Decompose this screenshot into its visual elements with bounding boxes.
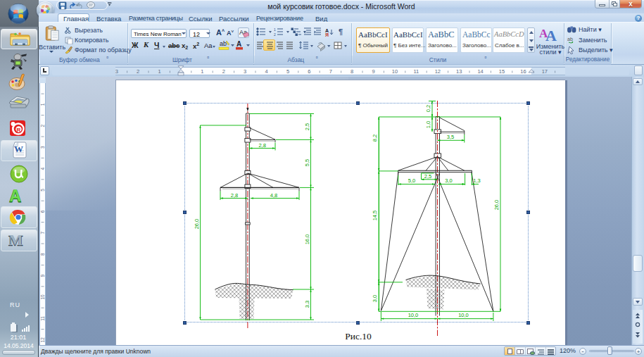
svg-text:W: W	[14, 144, 23, 154]
svg-text:R: R	[17, 127, 21, 133]
svg-text:9: 9	[372, 68, 375, 75]
svg-text:1: 1	[40, 103, 45, 106]
svg-text:8: 8	[40, 253, 45, 256]
svg-text:ab: ab	[567, 37, 573, 42]
svg-text:5: 5	[286, 68, 289, 75]
svg-text:12: 12	[435, 68, 441, 75]
svg-text:4: 4	[265, 68, 268, 75]
svg-text:А: А	[236, 40, 241, 48]
svg-text:11: 11	[414, 68, 419, 75]
svg-text:Я: Я	[325, 32, 329, 37]
svg-text:5: 5	[40, 189, 45, 192]
svg-text:11: 11	[40, 316, 45, 321]
svg-text:A: A	[545, 27, 557, 42]
svg-text:15: 15	[499, 68, 505, 75]
svg-text:3: 3	[40, 146, 45, 149]
svg-text:13: 13	[456, 68, 462, 75]
svg-text:12: 12	[40, 337, 45, 343]
svg-text:3: 3	[244, 68, 246, 75]
svg-text:A: A	[10, 187, 22, 205]
svg-text:16: 16	[520, 68, 526, 75]
svg-text:10: 10	[392, 68, 398, 75]
svg-text:7: 7	[40, 232, 45, 234]
svg-text:7: 7	[329, 68, 332, 75]
svg-text:2: 2	[137, 68, 139, 75]
svg-text:14: 14	[477, 68, 483, 75]
svg-text:2: 2	[40, 125, 45, 127]
svg-text:17: 17	[542, 68, 548, 75]
svg-text:6: 6	[40, 210, 45, 213]
svg-text:3: 3	[115, 68, 118, 75]
svg-text:8: 8	[351, 68, 353, 75]
svg-text:1: 1	[274, 27, 276, 32]
svg-text:¶: ¶	[339, 27, 343, 36]
svg-text:9: 9	[40, 274, 45, 277]
svg-text:ab: ab	[220, 40, 227, 47]
svg-text:M: M	[9, 232, 23, 249]
svg-text:2: 2	[222, 68, 225, 75]
svg-text:6: 6	[308, 68, 310, 75]
svg-text:4: 4	[40, 167, 45, 170]
svg-text:1: 1	[201, 68, 203, 75]
svg-text:10: 10	[40, 294, 45, 300]
svg-text:1: 1	[158, 68, 161, 75]
svg-text:2: 2	[274, 32, 276, 37]
